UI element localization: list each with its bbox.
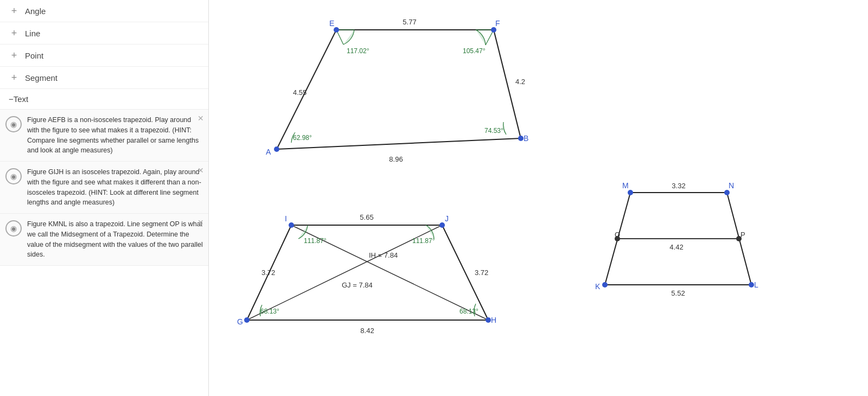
text-card-1: ◉ Figure AEFB is a non-isosceles trapezo… [0,109,208,161]
plus-icon: + [9,28,20,39]
svg-text:5.65: 5.65 [360,213,373,221]
label-FB: 4.2 [515,78,525,86]
label-AB: 8.96 [389,155,403,163]
svg-text:J: J [445,214,449,223]
text-card-icon-2: ◉ [5,168,22,184]
sidebar-item-line[interactable]: + Line [0,22,208,44]
text-card-content-1: Figure AEFB is a non-isosceles trapezoid… [27,115,203,156]
svg-point-19 [439,222,445,228]
svg-text:K: K [595,282,601,291]
svg-text:H: H [491,316,496,324]
svg-point-8 [334,27,339,33]
svg-point-45 [749,282,754,288]
sidebar-label-point: Point [25,51,43,60]
label-AE: 4.55 [293,88,307,97]
close-icon-1[interactable]: ✕ [197,114,204,123]
sidebar: + Angle + Line + Point + Segment − Text … [0,0,209,396]
minus-icon: − [9,94,14,104]
label-F: F [495,19,500,28]
svg-point-43 [628,190,633,195]
plus-icon: + [9,50,20,61]
svg-text:68.13°: 68.13° [459,308,478,315]
svg-text:8.42: 8.42 [360,327,374,335]
angle-E: 117.02° [347,47,369,55]
svg-text:L: L [754,280,758,289]
svg-point-18 [289,222,294,228]
text-card-content-2: Figure GIJH is an isosceles trapezoid. A… [27,167,203,208]
svg-point-46 [602,282,608,288]
sidebar-label-angle: Angle [25,7,46,16]
close-icon-2[interactable]: ✕ [197,166,204,175]
angle-A: 62.98° [293,134,312,142]
svg-text:I: I [285,214,287,223]
text-section-header[interactable]: − Text [0,89,208,109]
plus-icon: + [9,5,20,16]
svg-point-20 [486,317,491,323]
sidebar-label-segment: Segment [25,73,58,82]
trapezoid-aefb: E F B A 5.77 4.55 4.2 8.96 117.02° 105.4… [266,18,528,163]
svg-line-3 [277,138,521,149]
svg-point-9 [491,27,496,33]
sidebar-item-segment[interactable]: + Segment [0,67,208,89]
text-card-content-3: Figure KMNL is also a trapezoid. Line se… [27,219,203,260]
svg-text:IH = 7.84: IH = 7.84 [369,251,398,259]
canvas[interactable]: E F B A 5.77 4.55 4.2 8.96 117.02° 105.4… [209,0,868,396]
text-card-icon-3: ◉ [5,220,22,237]
close-icon-3[interactable]: ✕ [197,218,204,227]
text-section: − Text ◉ Figure AEFB is a non-isosceles … [0,89,208,266]
plus-icon: + [9,72,20,83]
label-A: A [266,148,271,156]
text-card-3: ◉ Figure KMNL is also a trapezoid. Line … [0,213,208,265]
label-E: E [329,19,334,28]
svg-text:3.72: 3.72 [475,269,488,277]
svg-text:N: N [729,181,734,190]
svg-text:P: P [741,231,745,239]
svg-text:G: G [237,317,243,326]
trapezoid-gijh: I J H G 5.65 3.72 3.72 8.42 IH = 7.84 GJ… [237,213,496,335]
svg-text:O: O [615,231,620,239]
sidebar-item-angle[interactable]: + Angle [0,0,208,22]
angle-B: 74.53° [484,127,503,135]
sidebar-label-line: Line [25,29,40,38]
svg-text:GJ = 7.84: GJ = 7.84 [342,281,373,289]
svg-text:111.87°: 111.87° [304,237,327,245]
angle-F: 105.47° [463,47,486,55]
svg-text:68.13°: 68.13° [260,308,279,315]
svg-text:3.72: 3.72 [261,269,275,277]
sidebar-item-point[interactable]: + Point [0,44,208,67]
svg-text:3.32: 3.32 [672,182,685,190]
svg-point-11 [274,146,279,152]
svg-text:5.52: 5.52 [671,289,685,297]
text-card-2: ◉ Figure GIJH is an isosceles trapezoid.… [0,161,208,213]
svg-text:4.42: 4.42 [669,243,683,251]
svg-point-44 [724,190,730,195]
svg-text:M: M [622,181,629,190]
svg-point-10 [518,136,524,141]
text-section-label: Text [14,94,29,104]
label-EF: 5.77 [403,18,416,26]
svg-point-21 [244,317,250,323]
trapezoid-kmnl: M N L K O P 3.32 5.52 4.42 [595,181,758,297]
svg-text:111.87°: 111.87° [412,237,435,245]
text-card-icon-1: ◉ [5,116,22,132]
label-B: B [524,134,528,143]
